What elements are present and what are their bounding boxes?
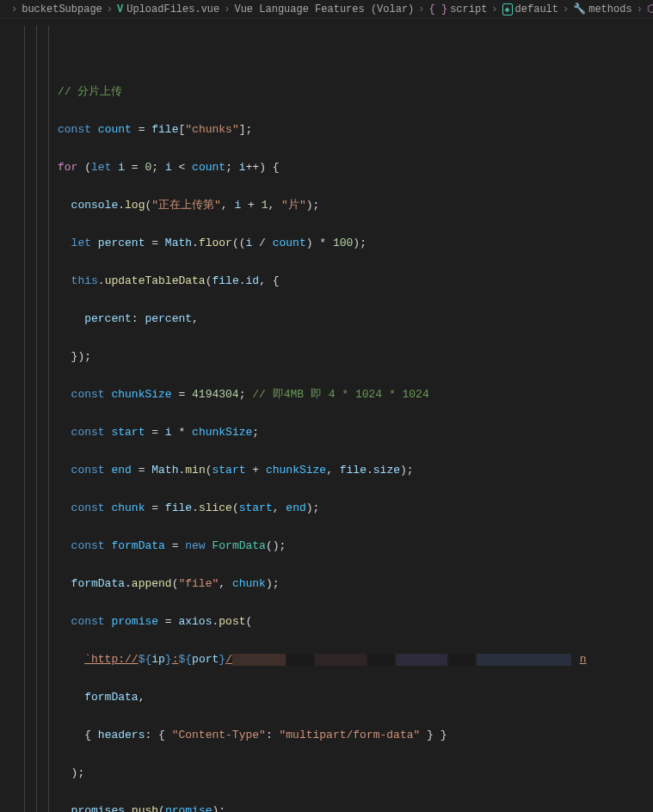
wrench-icon: 🔧 [573,3,586,15]
code-line: const end = Math.min(start + chunkSize, … [24,461,587,480]
code-line: for (let i = 0; i < count; i++) { [24,158,587,177]
breadcrumb-item[interactable]: script [450,3,487,15]
code-line: const start = i * chunkSize; [24,423,587,442]
code-line: `http://${ip}:${port}/ n [24,650,587,669]
breadcrumb-item[interactable]: methods [588,3,631,15]
code-line: console.log("正在上传第", i + 1, "片"); [24,196,587,215]
code-line: const promise = axios.post( [24,612,587,631]
chevron-right-icon: › [637,3,643,15]
chevron-right-icon: › [563,3,569,15]
code-line: ); [24,764,587,783]
code-line: formData.append("file", chunk); [24,575,587,594]
code-line: const count = file["chunks"]; [24,120,587,139]
chevron-right-icon: › [491,3,497,15]
chevron-right-icon: › [107,3,113,15]
code-line: this.updateTableData(file.id, { [24,272,587,291]
code-line: percent: percent, [24,310,587,329]
breadcrumb-item[interactable]: bucketSubpage [22,3,102,15]
code-line: promises.push(promise); [24,802,587,812]
code-line: const formData = new FormData(); [24,537,587,556]
code-line: // 分片上传 [24,83,587,102]
chevron-right-icon: › [418,3,424,15]
redacted-block [232,653,573,666]
cube-icon: ⬡ [647,3,653,15]
code-content[interactable]: // 分片上传 const count = file["chunks"]; fo… [24,19,587,812]
code-line: const chunk = file.slice(start, end); [24,499,587,518]
code-line: formData, [24,688,587,707]
chevron-right-icon: › [11,3,17,15]
vue-icon: V [117,3,123,15]
breadcrumb-item[interactable]: UploadFiles.vue [126,3,219,15]
code-line: { headers: { "Content-Type": "multipart/… [24,726,587,745]
breadcrumb-item[interactable]: default [515,3,558,15]
code-line: let percent = Math.floor((i / count) * 1… [24,234,587,253]
breadcrumb-item[interactable]: Vue Language Features (Volar) [234,3,414,15]
code-line: const chunkSize = 4194304; // 即4MB 即 4 *… [24,385,587,404]
braces-icon: { } [429,3,448,15]
breadcrumb[interactable]: › bucketSubpage › V UploadFiles.vue › Vu… [0,0,653,19]
module-icon: ◈ [502,3,513,15]
gutter [0,19,24,812]
chevron-right-icon: › [224,3,230,15]
code-line: }); [24,348,587,366]
editor[interactable]: // 分片上传 const count = file["chunks"]; fo… [0,19,653,812]
